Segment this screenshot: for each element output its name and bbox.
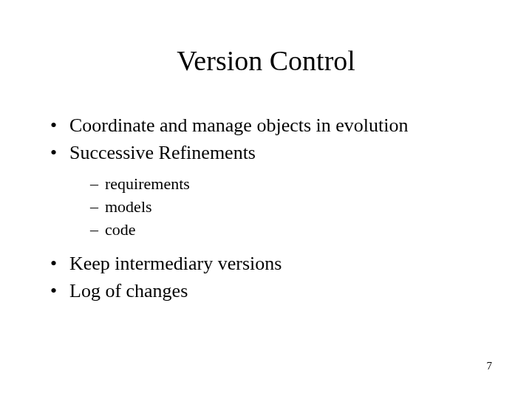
slide-title: Version Control bbox=[44, 44, 488, 77]
list-item: Log of changes bbox=[50, 278, 488, 304]
list-item: Coordinate and manage objects in evoluti… bbox=[50, 112, 488, 138]
list-item: Keep intermediary versions bbox=[50, 250, 488, 276]
sub-bullet-text: code bbox=[105, 220, 136, 239]
list-item: models bbox=[90, 196, 488, 218]
list-item: Successive Refinements requirements mode… bbox=[50, 140, 488, 240]
list-item: code bbox=[90, 219, 488, 241]
sub-bullet-text: models bbox=[105, 197, 152, 216]
sub-bullet-text: requirements bbox=[105, 174, 190, 193]
bullet-text: Log of changes bbox=[69, 280, 188, 301]
page-number: 7 bbox=[487, 360, 493, 372]
bullet-text: Coordinate and manage objects in evoluti… bbox=[69, 115, 409, 136]
bullet-list: Coordinate and manage objects in evoluti… bbox=[44, 112, 488, 304]
bullet-text: Successive Refinements bbox=[69, 142, 256, 163]
sub-bullet-list: requirements models code bbox=[69, 173, 488, 240]
bullet-text: Keep intermediary versions bbox=[69, 253, 282, 274]
list-item: requirements bbox=[90, 173, 488, 195]
